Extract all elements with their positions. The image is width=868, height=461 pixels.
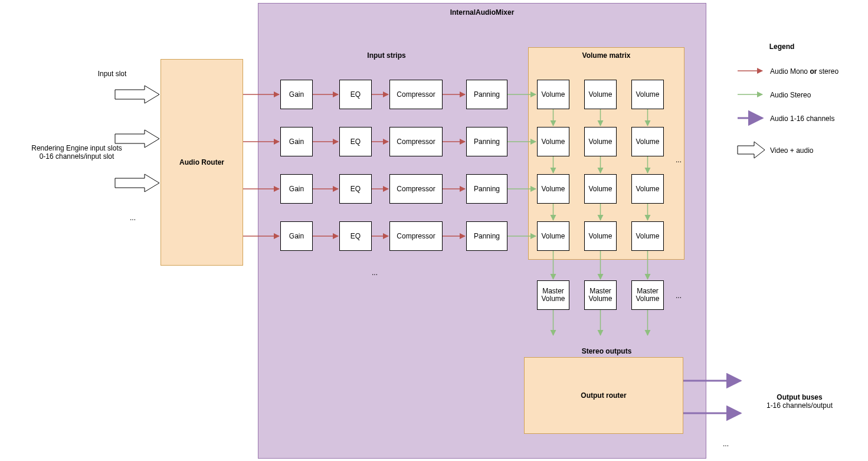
volume-box: Volume (631, 127, 664, 156)
volume-box: Volume (584, 80, 617, 109)
master-volume-box: MasterVolume (584, 280, 617, 310)
legend-multi: Audio 1-16 channels (770, 115, 864, 123)
panning-box: Panning (466, 221, 507, 251)
output-buses-line2: 1-16 channels/output (767, 401, 833, 410)
master-ellipsis: ... (673, 292, 684, 300)
rendering-engine-line1: Rendering Engine input slots (31, 144, 122, 152)
eq-box: EQ (339, 221, 372, 251)
gain-box: Gain (280, 174, 313, 204)
legend-title: Legend (758, 42, 805, 51)
rendering-engine-label: Rendering Engine input slots 0-16 channe… (21, 144, 133, 161)
eq-box: EQ (339, 174, 372, 204)
panning-box: Panning (466, 174, 507, 204)
audio-router-box: Audio Router (161, 59, 243, 266)
volume-box: Volume (537, 221, 569, 251)
volume-box: Volume (537, 80, 569, 109)
output-buses-line1: Output buses (777, 393, 822, 401)
strips-ellipsis: ... (366, 269, 384, 277)
legend-mono-stereo: Audio Mono or stereo (770, 67, 864, 76)
compressor-box: Compressor (389, 174, 443, 204)
input-strips-label: Input strips (342, 51, 431, 60)
compressor-box: Compressor (389, 127, 443, 156)
gain-box: Gain (280, 80, 313, 109)
eq-box: EQ (339, 127, 372, 156)
volume-box: Volume (631, 80, 664, 109)
stereo-outputs-label: Stereo outputs (571, 347, 642, 355)
output-buses-label: Output buses 1-16 channels/output (752, 393, 847, 410)
volume-matrix-ellipsis: ... (673, 156, 684, 164)
volume-matrix-label: Volume matrix (528, 51, 684, 60)
input-slot-label: Input slot (89, 70, 136, 78)
master-volume-box: MasterVolume (631, 280, 664, 310)
output-router-box: Output router (524, 357, 683, 434)
panning-box: Panning (466, 80, 507, 109)
gain-box: Gain (280, 221, 313, 251)
compressor-box: Compressor (389, 221, 443, 251)
mixer-title: InternalAudioMixer (258, 8, 706, 17)
volume-box: Volume (584, 174, 617, 204)
gain-box: Gain (280, 127, 313, 156)
input-ellipsis: ... (124, 214, 142, 222)
rendering-engine-line2: 0-16 channels/input slot (40, 152, 114, 161)
volume-box: Volume (584, 127, 617, 156)
volume-box: Volume (631, 174, 664, 204)
legend-stereo: Audio Stereo (770, 91, 864, 99)
legend-video-audio: Video + audio (770, 146, 864, 155)
output-ellipsis: ... (720, 440, 732, 448)
panning-box: Panning (466, 127, 507, 156)
volume-box: Volume (537, 174, 569, 204)
volume-box: Volume (537, 127, 569, 156)
volume-box: Volume (631, 221, 664, 251)
volume-box: Volume (584, 221, 617, 251)
compressor-box: Compressor (389, 80, 443, 109)
master-volume-box: MasterVolume (537, 280, 569, 310)
eq-box: EQ (339, 80, 372, 109)
